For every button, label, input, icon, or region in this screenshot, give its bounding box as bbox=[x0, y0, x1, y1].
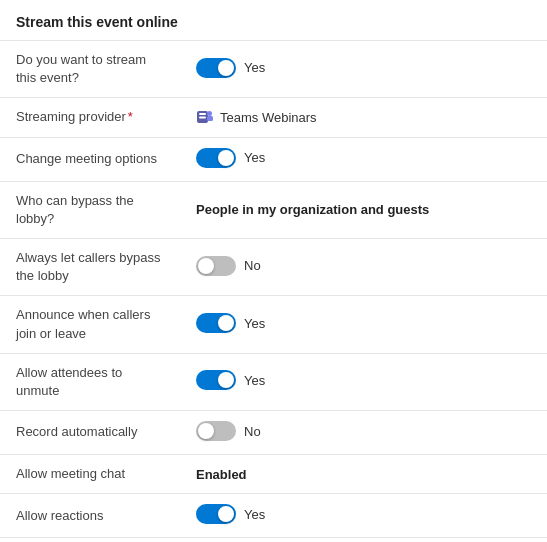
row-bypass-lobby: Who can bypass the lobby?People in my or… bbox=[0, 181, 547, 238]
svg-rect-4 bbox=[207, 116, 213, 121]
value-allow-reactions[interactable]: Yes bbox=[180, 494, 547, 538]
value-record-automatically[interactable]: No bbox=[180, 411, 547, 455]
row-streaming-provider: Streaming provider* Teams Webinars bbox=[0, 98, 547, 137]
row-allow-unmute: Allow attendees to unmute Yes bbox=[0, 353, 547, 410]
toggle-track-allow-reactions[interactable] bbox=[196, 504, 236, 524]
toggle-record-automatically[interactable]: No bbox=[196, 421, 261, 441]
toggle-thumb-record-automatically bbox=[198, 423, 214, 439]
label-callers-bypass-lobby: Always let callers bypass the lobby bbox=[0, 238, 180, 295]
toggle-label-stream-event: Yes bbox=[244, 60, 265, 75]
toggle-label-allow-unmute: Yes bbox=[244, 373, 265, 388]
toggle-thumb-announce-callers bbox=[218, 315, 234, 331]
label-bypass-lobby: Who can bypass the lobby? bbox=[0, 181, 180, 238]
label-meeting-chat: Allow meeting chat bbox=[0, 455, 180, 494]
toggle-track-announce-callers[interactable] bbox=[196, 313, 236, 333]
row-change-meeting-options: Change meeting options Yes bbox=[0, 137, 547, 181]
toggle-thumb-allow-unmute bbox=[218, 372, 234, 388]
page-title: Stream this event online bbox=[0, 0, 547, 40]
row-allow-reactions: Allow reactions Yes bbox=[0, 494, 547, 538]
label-change-meeting-options: Change meeting options bbox=[0, 137, 180, 181]
toggle-track-callers-bypass-lobby[interactable] bbox=[196, 256, 236, 276]
toggle-thumb-stream-event bbox=[218, 60, 234, 76]
label-allow-reactions: Allow reactions bbox=[0, 494, 180, 538]
label-announce-callers: Announce when callers join or leave bbox=[0, 296, 180, 353]
row-stream-event: Do you want to stream this event? Yes bbox=[0, 41, 547, 98]
toggle-allow-reactions[interactable]: Yes bbox=[196, 504, 265, 524]
label-allow-unmute: Allow attendees to unmute bbox=[0, 353, 180, 410]
toggle-label-change-meeting-options: Yes bbox=[244, 150, 265, 165]
bold-value-bypass-lobby: People in my organization and guests bbox=[196, 202, 429, 217]
label-record-automatically: Record automatically bbox=[0, 411, 180, 455]
row-callers-bypass-lobby: Always let callers bypass the lobby No bbox=[0, 238, 547, 295]
toggle-label-record-automatically: No bbox=[244, 424, 261, 439]
bold-value-meeting-chat: Enabled bbox=[196, 467, 247, 482]
svg-rect-2 bbox=[199, 117, 206, 119]
value-streaming-provider[interactable]: Teams Webinars bbox=[180, 98, 547, 137]
teams-webinars-label: Teams Webinars bbox=[220, 110, 317, 125]
label-stream-event: Do you want to stream this event? bbox=[0, 41, 180, 98]
value-stream-event[interactable]: Yes bbox=[180, 41, 547, 98]
toggle-change-meeting-options[interactable]: Yes bbox=[196, 148, 265, 168]
row-announce-callers: Announce when callers join or leave Yes bbox=[0, 296, 547, 353]
row-allow-camera: Allow camera for attendees Yes bbox=[0, 538, 547, 542]
toggle-label-callers-bypass-lobby: No bbox=[244, 258, 261, 273]
toggle-thumb-allow-reactions bbox=[218, 506, 234, 522]
row-meeting-chat: Allow meeting chatEnabled bbox=[0, 455, 547, 494]
toggle-announce-callers[interactable]: Yes bbox=[196, 313, 265, 333]
toggle-thumb-change-meeting-options bbox=[218, 150, 234, 166]
row-record-automatically: Record automatically No bbox=[0, 411, 547, 455]
label-allow-camera: Allow camera for attendees bbox=[0, 538, 180, 542]
value-callers-bypass-lobby[interactable]: No bbox=[180, 238, 547, 295]
toggle-stream-event[interactable]: Yes bbox=[196, 58, 265, 78]
value-change-meeting-options[interactable]: Yes bbox=[180, 137, 547, 181]
teams-webinars-icon bbox=[196, 108, 214, 126]
toggle-track-stream-event[interactable] bbox=[196, 58, 236, 78]
required-star: * bbox=[128, 109, 133, 124]
toggle-allow-unmute[interactable]: Yes bbox=[196, 370, 265, 390]
toggle-callers-bypass-lobby[interactable]: No bbox=[196, 256, 261, 276]
value-allow-camera[interactable]: Yes bbox=[180, 538, 547, 542]
toggle-thumb-callers-bypass-lobby bbox=[198, 258, 214, 274]
toggle-track-record-automatically[interactable] bbox=[196, 421, 236, 441]
teams-webinars-selector[interactable]: Teams Webinars bbox=[196, 108, 531, 126]
svg-point-3 bbox=[207, 111, 212, 116]
toggle-label-allow-reactions: Yes bbox=[244, 507, 265, 522]
toggle-track-change-meeting-options[interactable] bbox=[196, 148, 236, 168]
value-announce-callers[interactable]: Yes bbox=[180, 296, 547, 353]
value-meeting-chat: Enabled bbox=[180, 455, 547, 494]
value-allow-unmute[interactable]: Yes bbox=[180, 353, 547, 410]
value-bypass-lobby: People in my organization and guests bbox=[180, 181, 547, 238]
svg-rect-1 bbox=[199, 113, 206, 115]
toggle-track-allow-unmute[interactable] bbox=[196, 370, 236, 390]
toggle-label-announce-callers: Yes bbox=[244, 316, 265, 331]
label-streaming-provider: Streaming provider* bbox=[0, 98, 180, 137]
settings-table: Do you want to stream this event? Yes St… bbox=[0, 40, 547, 542]
